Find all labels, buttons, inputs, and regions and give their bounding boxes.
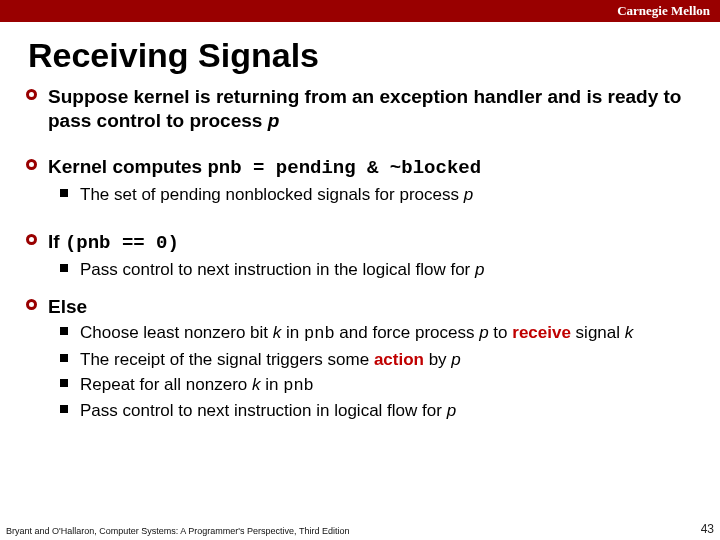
- text: Choose least nonzero bit: [80, 323, 273, 342]
- bullet-4-sub-2: The receipt of the signal triggers some …: [48, 349, 690, 370]
- attribution: Bryant and O'Hallaron, Computer Systems:…: [6, 526, 349, 536]
- keyword-receive: receive: [512, 323, 571, 342]
- square-icon: [60, 264, 68, 272]
- var-k: k: [252, 375, 261, 394]
- text: Else: [48, 296, 87, 317]
- bullet-4-sub-3: Repeat for all nonzero k in pnb: [48, 374, 690, 396]
- slide-content: Suppose kernel is returning from an exce…: [0, 85, 720, 421]
- text: to: [489, 323, 513, 342]
- ring-icon: [26, 234, 37, 245]
- ring-icon: [26, 299, 37, 310]
- footer: Bryant and O'Hallaron, Computer Systems:…: [6, 522, 714, 536]
- var-k: k: [625, 323, 634, 342]
- bullet-2: Kernel computes pnb = pending & ~blocked…: [48, 155, 690, 206]
- code: pnb: [304, 324, 335, 343]
- var-p: p: [475, 260, 484, 279]
- square-icon: [60, 327, 68, 335]
- bullet-4-sub-4: Pass control to next instruction in logi…: [48, 400, 690, 421]
- bullet-3-sub-1: Pass control to next instruction in the …: [48, 259, 690, 280]
- bullet-3: If (pnb == 0) Pass control to next instr…: [48, 230, 690, 281]
- var-p: p: [479, 323, 488, 342]
- text: Pass control to next instruction in the …: [80, 260, 475, 279]
- text: Pass control to next instruction in logi…: [80, 401, 447, 420]
- keyword-action: action: [374, 350, 424, 369]
- text: in: [281, 323, 304, 342]
- square-icon: [60, 379, 68, 387]
- bullet-2-sub-1: The set of pending nonblocked signals fo…: [48, 184, 690, 205]
- text: Suppose kernel is returning from an exce…: [48, 86, 681, 131]
- square-icon: [60, 405, 68, 413]
- code: pnb = pending & ~blocked: [207, 157, 481, 179]
- var-p: p: [451, 350, 460, 369]
- text: Kernel computes: [48, 156, 207, 177]
- text: If: [48, 231, 65, 252]
- text: in: [261, 375, 284, 394]
- var-p: p: [464, 185, 473, 204]
- code: (pnb == 0): [65, 232, 179, 254]
- bullet-4-sub-1: Choose least nonzero bit k in pnb and fo…: [48, 322, 690, 344]
- ring-icon: [26, 89, 37, 100]
- ring-icon: [26, 159, 37, 170]
- square-icon: [60, 354, 68, 362]
- square-icon: [60, 189, 68, 197]
- bullet-4: Else Choose least nonzero bit k in pnb a…: [48, 295, 690, 422]
- institution-label: Carnegie Mellon: [617, 3, 710, 19]
- text: The set of pending nonblocked signals fo…: [80, 185, 464, 204]
- page-number: 43: [701, 522, 714, 536]
- slide-title: Receiving Signals: [0, 22, 720, 85]
- code: pnb: [283, 376, 314, 395]
- var-p: p: [268, 110, 280, 131]
- text: Repeat for all nonzero: [80, 375, 252, 394]
- bullet-1: Suppose kernel is returning from an exce…: [48, 85, 690, 133]
- var-p: p: [447, 401, 456, 420]
- text: and force process: [335, 323, 480, 342]
- top-bar: Carnegie Mellon: [0, 0, 720, 22]
- text: signal: [571, 323, 625, 342]
- text: by: [424, 350, 451, 369]
- text: The receipt of the signal triggers some: [80, 350, 374, 369]
